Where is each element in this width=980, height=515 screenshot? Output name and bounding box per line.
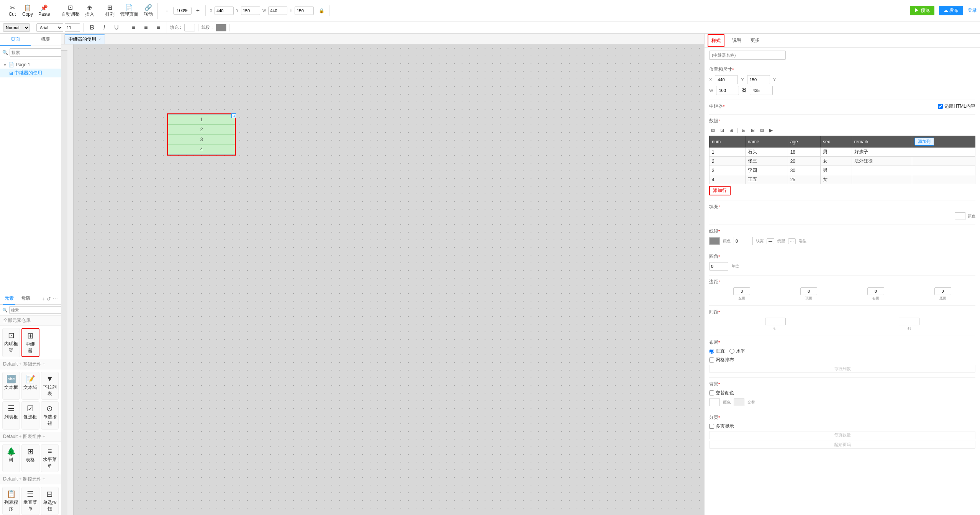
cell-sex-2[interactable]: 女 (820, 157, 852, 166)
cell-num-2[interactable]: 2 (710, 157, 746, 166)
data-icon-5[interactable]: ⊞ (749, 126, 757, 134)
cut-button[interactable]: ✂ Cut (5, 3, 19, 18)
element-垂直菜单[interactable]: ☰ 垂直菜单 (21, 487, 39, 515)
cell-name-4[interactable]: 王五 (745, 175, 788, 184)
cell-sex-4[interactable]: 女 (820, 175, 852, 184)
cell-age-3[interactable]: 30 (788, 166, 820, 175)
x-input[interactable] (215, 7, 234, 15)
col-sex[interactable]: sex (820, 136, 852, 148)
paste-button[interactable]: 📌 Paste (36, 3, 52, 18)
border-style-btn-1[interactable]: — (767, 238, 774, 244)
gap-col-input[interactable] (899, 318, 919, 325)
copy-button[interactable]: 📋 Copy (20, 3, 35, 18)
bg-alternate-box[interactable] (734, 399, 744, 406)
cell-remark-1[interactable]: 好孩子 (852, 148, 912, 157)
tab-more[interactable]: 更多 (749, 34, 761, 47)
linkage-button[interactable]: 🔗 联动 (141, 3, 155, 19)
multipage-checkbox[interactable] (709, 424, 714, 429)
border-color-picker[interactable] (216, 24, 226, 31)
element-树[interactable]: 🌲 树 (2, 444, 20, 472)
pos-w-input[interactable] (716, 86, 739, 95)
add-col-button[interactable]: 添加列 (914, 138, 934, 146)
cell-remark-4[interactable] (852, 175, 912, 184)
cell-num-3[interactable]: 3 (710, 166, 746, 175)
cell-sex-3[interactable]: 男 (820, 166, 852, 175)
canvas-main[interactable]: -100 0 100 200 300 400 500 600 700 800 9… (61, 44, 704, 515)
data-icon-6[interactable]: ⊠ (758, 126, 766, 134)
border-color-box[interactable] (709, 237, 720, 245)
cell-remark-3[interactable] (852, 166, 912, 175)
cell-age-4[interactable]: 25 (788, 175, 820, 184)
canvas-tab-close[interactable]: × (98, 37, 101, 41)
tab-outline[interactable]: 概要 (31, 34, 61, 46)
element-列表程序[interactable]: 📋 列表程序 (2, 487, 20, 515)
cell-num-1[interactable]: 1 (710, 148, 746, 157)
element-中继器[interactable]: ⊞ 中继器 (21, 328, 39, 357)
data-icon-2[interactable]: ⊡ (718, 126, 726, 134)
element-内联框架[interactable]: ⊡ 内联框架 (2, 328, 20, 357)
tree-item-page1[interactable]: ▼ 📄 Page 1 (0, 61, 61, 69)
font-size-input[interactable] (65, 23, 80, 32)
tree-item-repeater[interactable]: ⊞ 中继器的使用 (0, 69, 61, 77)
preview-button[interactable]: ▶ 预览 (910, 6, 934, 15)
cell-name-3[interactable]: 李四 (745, 166, 788, 175)
arrange-button[interactable]: ⊞ 排列 (103, 3, 117, 19)
y-input[interactable] (241, 7, 260, 15)
zoom-out-button[interactable]: - (162, 5, 172, 16)
layout-vertical-radio[interactable] (709, 349, 714, 354)
add-row-button[interactable]: 添加行 (709, 186, 731, 195)
publish-button[interactable]: ☁ 发布 (939, 6, 963, 15)
col-num[interactable]: num (710, 136, 746, 148)
data-icon-4[interactable]: ⊟ (740, 126, 747, 134)
element-复选框[interactable]: ☑ 复选框 (21, 401, 39, 430)
element-表格[interactable]: ⊞ 表格 (21, 444, 39, 472)
gap-row-input[interactable] (765, 318, 786, 325)
col-add[interactable]: 添加列 (912, 136, 975, 148)
html-checkbox[interactable] (938, 104, 943, 109)
data-icon-3[interactable]: ⊞ (728, 126, 735, 134)
tab-explain[interactable]: 说明 (731, 34, 743, 47)
margin-top-input[interactable] (800, 287, 817, 295)
zoom-in-button[interactable]: + (192, 5, 203, 16)
element-文本域[interactable]: 📝 文本域 (21, 372, 39, 400)
margin-left-input[interactable] (733, 287, 750, 295)
cell-num-4[interactable]: 4 (710, 175, 746, 184)
tab-elements[interactable]: 元素 (3, 293, 15, 305)
layout-horizontal-radio[interactable] (729, 349, 734, 354)
element-下拉列表[interactable]: ▼ 下拉列表 (41, 372, 59, 400)
grid-layout-checkbox[interactable] (709, 358, 714, 362)
col-name[interactable]: name (745, 136, 788, 148)
border-style-btn-2[interactable]: ⋯ (788, 238, 796, 244)
align-left-button[interactable]: ≡ (128, 22, 139, 33)
col-age[interactable]: age (788, 136, 820, 148)
cell-name-1[interactable]: 石头 (745, 148, 788, 157)
fill-color-picker[interactable] (184, 24, 195, 31)
bold-button[interactable]: B (87, 22, 97, 33)
pages-button[interactable]: 📄 管理页面 (118, 3, 141, 19)
canvas-content[interactable]: 1 2 3 4 ⊡ (67, 44, 704, 515)
element-文本框[interactable]: 🔤 文本框 (2, 372, 20, 400)
font-select[interactable]: Arial (36, 23, 63, 32)
pos-h-input[interactable] (750, 86, 773, 95)
cell-sex-1[interactable]: 男 (820, 148, 852, 157)
border-width-input[interactable] (734, 237, 753, 245)
h-input[interactable] (295, 7, 314, 15)
italic-button[interactable]: I (99, 22, 110, 33)
refresh-element-icon[interactable]: ↺ (46, 296, 51, 302)
element-列表框[interactable]: ☰ 列表框 (2, 401, 20, 430)
repeater-name-input[interactable] (709, 51, 786, 60)
format-button[interactable]: ⊡ 自动调整 (59, 3, 82, 19)
cell-remark-2[interactable]: 法外狂徒 (852, 157, 912, 166)
canvas-tab-repeater[interactable]: 中继器的使用 × (64, 34, 105, 44)
underline-button[interactable]: U (111, 22, 122, 33)
element-单选按钮[interactable]: ⊙ 单选按钮 (41, 401, 59, 430)
data-icon-7[interactable]: ▶ (767, 126, 775, 134)
align-right-button[interactable]: ≡ (153, 22, 164, 33)
margin-bottom-input[interactable] (934, 287, 951, 295)
element-水平菜单[interactable]: ≡ 水平菜单 (41, 444, 59, 472)
cell-name-2[interactable]: 张三 (745, 157, 788, 166)
w-input[interactable] (268, 7, 287, 15)
alternate-color-checkbox[interactable] (709, 390, 714, 395)
insert-button[interactable]: ⊕ 插入 (83, 3, 97, 19)
add-element-icon[interactable]: + (42, 296, 45, 302)
